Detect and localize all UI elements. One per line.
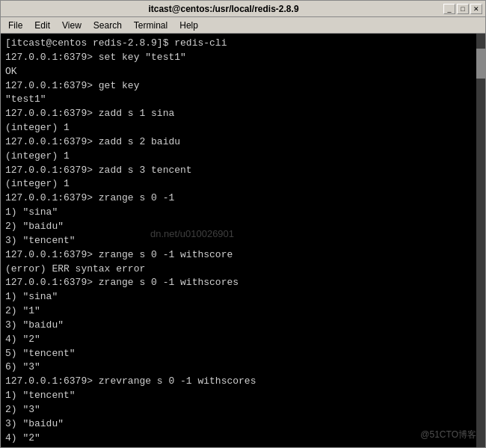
close-button[interactable]: ✕ (470, 4, 482, 14)
scrollbar[interactable] (476, 34, 485, 447)
menu-terminal[interactable]: Terminal (129, 19, 172, 32)
title-bar: itcast@centos:/usr/local/redis-2.8.9 _ □… (1, 1, 485, 17)
menu-search[interactable]: Search (89, 19, 126, 32)
scrollbar-thumb[interactable] (476, 49, 485, 79)
menu-help[interactable]: Help (175, 19, 203, 32)
menu-edit[interactable]: Edit (30, 19, 55, 32)
menu-bar: File Edit View Search Terminal Help (1, 17, 485, 34)
terminal-output: [itcast@centos redis-2.8.9]$ redis-cli 1… (5, 37, 481, 447)
window-title: itcast@centos:/usr/local/redis-2.8.9 (4, 4, 443, 14)
menu-file[interactable]: File (4, 19, 27, 32)
terminal-window: itcast@centos:/usr/local/redis-2.8.9 _ □… (0, 0, 486, 448)
menu-view[interactable]: View (58, 19, 86, 32)
window-controls: _ □ ✕ (443, 4, 482, 14)
terminal-area[interactable]: [itcast@centos redis-2.8.9]$ redis-cli 1… (1, 34, 485, 447)
minimize-button[interactable]: _ (443, 4, 455, 14)
maximize-button[interactable]: □ (457, 4, 469, 14)
